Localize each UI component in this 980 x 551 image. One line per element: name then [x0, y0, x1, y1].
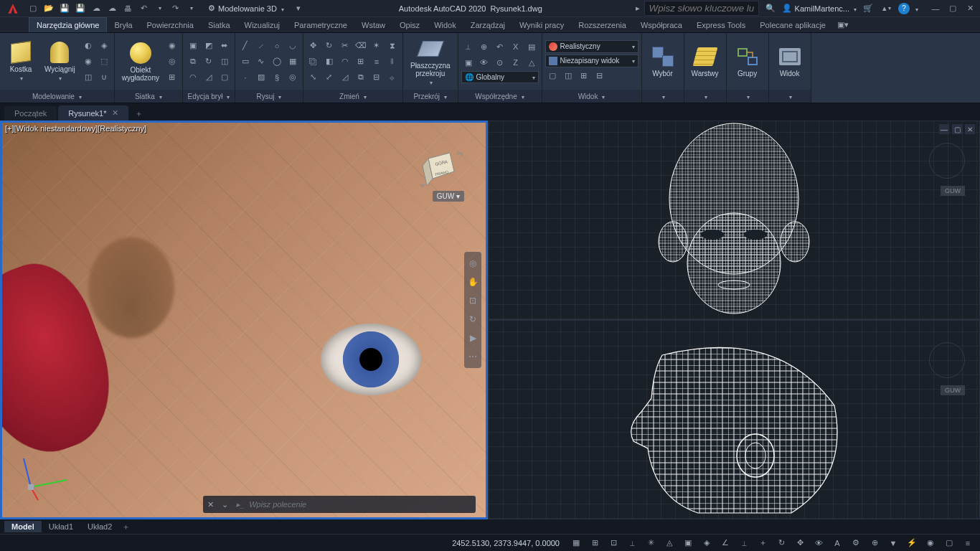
refine-mesh-icon[interactable]: ⊞ [165, 70, 179, 85]
ribbon-tab-view[interactable]: Widok [427, 18, 463, 32]
ribbon-tab-featured[interactable]: Polecane aplikacje [753, 18, 833, 32]
3darray-icon[interactable]: ⊟ [369, 70, 384, 85]
union-icon[interactable]: ∪ [97, 70, 111, 85]
steering-wheel-icon[interactable]: ◎ [464, 255, 481, 272]
panel-solidedit-title[interactable]: Edycja brył [183, 90, 235, 103]
panel-modeling-title[interactable]: Modelowanie [0, 90, 114, 103]
box-button[interactable]: Kostka [3, 39, 39, 83]
hardware-accel-icon[interactable]: ⚡ [904, 536, 920, 550]
ribbon-tab-addins[interactable]: Rozszerzenia [571, 18, 633, 32]
qat-print-icon[interactable]: 🖶 [121, 1, 135, 16]
3dalign-icon[interactable]: ⫴ [385, 55, 400, 69]
search-input[interactable] [644, 1, 759, 16]
filter-icon[interactable]: ▼ [885, 536, 901, 550]
qat-cloud-save-icon[interactable]: ☁ [105, 1, 119, 16]
panel-viewstyle-title[interactable]: Widok [542, 90, 641, 103]
edge-fillet-icon[interactable]: ◠ [186, 70, 200, 85]
help-icon[interactable]: ? [898, 3, 910, 14]
face-offset-icon[interactable]: ⧉ [186, 55, 200, 69]
compass-widget-bottom[interactable] [929, 342, 965, 378]
mirror3d-icon[interactable]: ⧗ [385, 39, 400, 53]
smooth-more-icon[interactable]: ◉ [165, 39, 179, 53]
showmotion-icon[interactable]: ▶ [464, 329, 481, 347]
qat-undo-icon[interactable]: ↶ [136, 1, 151, 16]
ribbon-tab-express[interactable]: Express Tools [689, 18, 753, 32]
array-icon[interactable]: ⊞ [354, 55, 368, 69]
command-input[interactable]: ▸_ Wpisz polecenie [232, 500, 476, 509]
model-space-toggle[interactable]: ▦ [568, 536, 584, 550]
ortho-toggle[interactable]: ⟂ [624, 536, 640, 550]
qat-open-icon[interactable]: 📂 [42, 1, 56, 16]
ribbon-tab-annotate[interactable]: Opisz [392, 18, 427, 32]
smooth-object-button[interactable]: Obiekt wygładzony [118, 40, 164, 83]
ribbon-tab-overflow[interactable]: ▣▾ [833, 17, 853, 32]
rotate-icon[interactable]: ↻ [322, 39, 336, 53]
point-icon[interactable]: · [238, 70, 253, 85]
pan-icon[interactable]: ✋ [464, 273, 481, 291]
annotation-visibility-icon[interactable]: 👁 [811, 536, 826, 550]
arc-icon[interactable]: ◡ [286, 39, 300, 53]
selection-cycling-icon[interactable]: ↻ [773, 536, 789, 550]
ribbon-tab-home[interactable]: Narzędzia główne [29, 17, 107, 32]
ucs-named-icon[interactable]: ▤ [524, 39, 539, 54]
face-color-icon[interactable]: ◫ [217, 55, 232, 69]
app-store-dropdown[interactable]: ▴ [880, 1, 894, 16]
gizmo-toggle[interactable]: ✥ [792, 536, 808, 550]
qat-redo-icon[interactable]: ↷ [168, 1, 182, 16]
ribbon-tab-collab[interactable]: Współpraca [633, 18, 689, 32]
four-vp-icon[interactable]: ⊟ [593, 69, 607, 83]
dynamic-ucs-toggle[interactable]: ⟂ [736, 536, 752, 550]
3dmove-icon[interactable]: ⟐ [385, 70, 400, 85]
ribbon-tab-solid[interactable]: Bryła [107, 18, 139, 32]
layers-button[interactable]: Warstwy [687, 44, 723, 79]
smooth-less-icon[interactable]: ◎ [165, 55, 179, 69]
edge-chamfer-icon[interactable]: ◿ [202, 70, 216, 85]
viewport-controls-label[interactable]: [+][Widok niestandardowy][Realistyczny] [5, 124, 146, 133]
donut-icon[interactable]: ◎ [286, 70, 300, 85]
spline-icon[interactable]: ∿ [254, 55, 268, 69]
user-menu[interactable]: 👤 KamilMartenc... [782, 4, 857, 13]
polar-toggle[interactable]: ✳ [643, 536, 659, 550]
fillet-icon[interactable]: ◠ [338, 55, 352, 69]
named-view-selector[interactable]: Niezapisany widok [545, 55, 639, 67]
file-tab-start[interactable]: Początek [4, 106, 57, 121]
align-icon[interactable]: ≡ [369, 55, 384, 69]
ellipse-icon[interactable]: ◯ [270, 55, 284, 69]
coordinates-display[interactable]: 2452.5130, 2373.9447, 0.0000 [452, 539, 560, 547]
section-plane-button[interactable]: Płaszczyzna przekroju [406, 36, 455, 88]
viewport-top-right[interactable]: — ▢ ✕ GUW [488, 121, 980, 320]
customize-status-icon[interactable]: ≡ [960, 536, 976, 550]
qat-saveas-icon[interactable]: 💾 [73, 1, 88, 16]
trim-icon[interactable]: ✂ [338, 39, 352, 53]
hatch-icon[interactable]: ▦ [286, 55, 300, 69]
circle-icon[interactable]: ○ [270, 39, 284, 53]
maximize-button[interactable]: ▢ [946, 1, 960, 16]
panel-draw-title[interactable]: Rysuj [235, 90, 303, 103]
ucs-prev-icon[interactable]: ↶ [493, 39, 507, 54]
face-move-icon[interactable]: ⬌ [217, 39, 232, 53]
guw-label-bottom[interactable]: GUW [941, 385, 965, 395]
panel-modify-title[interactable]: Zmień [303, 90, 402, 103]
qat-share-icon[interactable]: ▾ [291, 1, 306, 16]
helix-icon[interactable]: § [270, 70, 284, 85]
qat-undo-dropdown[interactable] [152, 1, 166, 16]
panel-coords-title[interactable]: Współrzędne [458, 90, 542, 103]
three-vp-icon[interactable]: ⊞ [577, 69, 591, 83]
workspace-switch-icon[interactable]: ⚙ [848, 536, 864, 550]
cart-icon[interactable]: 🛒 [861, 1, 875, 16]
grid-toggle[interactable]: ⊞ [587, 536, 603, 550]
layout1-tab[interactable]: Układ1 [42, 521, 80, 532]
rectangle-icon[interactable]: ▭ [238, 55, 253, 69]
cmdline-options-icon[interactable]: ⌄ [217, 500, 232, 509]
zoom-extents-icon[interactable]: ⊡ [464, 292, 481, 309]
clean-screen-icon[interactable]: ▢ [941, 536, 957, 550]
compass-widget[interactable] [929, 143, 965, 179]
revolve-icon[interactable]: ◐ [81, 39, 95, 53]
groups-button[interactable]: Grupy [730, 44, 765, 79]
new-tab-button[interactable]: ＋ [131, 106, 146, 121]
cmdline-close-icon[interactable]: ✕ [203, 500, 217, 509]
stretch-icon[interactable]: ⤡ [306, 70, 321, 85]
ucs-icon[interactable]: ⟂ [461, 39, 476, 54]
ucs-3point-icon[interactable]: △ [524, 55, 539, 70]
panel-groups-expand[interactable] [727, 90, 768, 103]
